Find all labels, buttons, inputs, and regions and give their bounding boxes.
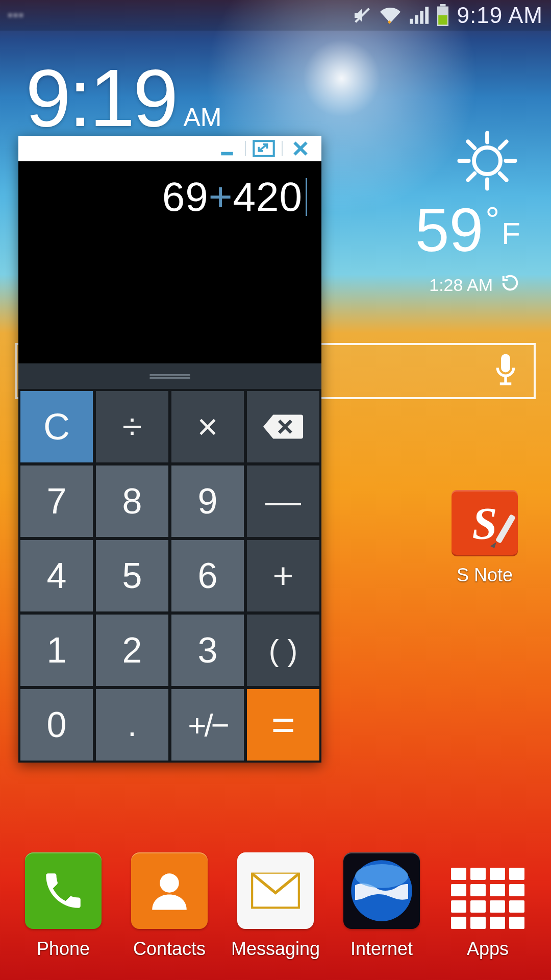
internet-icon [343, 852, 420, 929]
svg-line-12 [500, 141, 507, 148]
svg-line-9 [468, 141, 474, 148]
display-operator: + [209, 174, 233, 219]
key-0[interactable]: 0 [20, 689, 93, 761]
snote-shortcut[interactable]: S S Note [444, 490, 525, 586]
key-backspace[interactable] [247, 391, 319, 462]
svg-point-21 [355, 864, 408, 888]
clock-ampm: AM [183, 103, 221, 132]
svg-point-4 [474, 148, 500, 174]
key-multiply[interactable]: × [171, 391, 244, 462]
key-5[interactable]: 5 [96, 540, 168, 611]
svg-line-11 [468, 174, 474, 180]
refresh-icon[interactable] [500, 273, 520, 297]
calculator-titlebar[interactable] [18, 136, 321, 161]
dock-messaging[interactable]: Messaging [227, 852, 324, 960]
dock-internet[interactable]: Internet [333, 852, 430, 960]
svg-point-18 [160, 873, 179, 893]
key-3[interactable]: 3 [171, 615, 244, 686]
dock-apps[interactable]: Apps [439, 868, 536, 960]
key-1[interactable]: 1 [20, 615, 93, 686]
calculator-display[interactable]: 69+420 [18, 161, 321, 363]
clock-time: 9:19 [26, 51, 176, 145]
svg-rect-16 [495, 514, 516, 544]
svg-rect-13 [501, 354, 510, 373]
key-9[interactable]: 9 [171, 465, 244, 537]
key-decimal[interactable]: . [96, 689, 168, 761]
weather-degree-symbol: ° [485, 202, 499, 238]
status-time: 9:19 AM [457, 3, 543, 28]
key-8[interactable]: 8 [96, 465, 168, 537]
mic-icon[interactable] [492, 351, 519, 391]
dock-contacts-label: Contacts [133, 938, 206, 960]
signal-icon [408, 5, 429, 26]
dock-phone-label: Phone [37, 938, 90, 960]
snote-label: S Note [444, 565, 525, 586]
key-plus-minus[interactable]: +/− [171, 689, 244, 761]
key-subtract[interactable]: — [247, 465, 319, 537]
status-bar: ••• 9:19 AM [0, 0, 551, 31]
calculator-keypad: C ÷ × 7 8 9 — 4 5 6 + 1 2 3 ( ) 0 . +/− … [18, 389, 321, 763]
drag-handle-icon [149, 373, 190, 380]
dock-contacts[interactable]: Contacts [121, 852, 218, 960]
display-operand-left: 69 [162, 174, 209, 219]
key-clear[interactable]: C [20, 391, 93, 462]
key-2[interactable]: 2 [96, 615, 168, 686]
mute-icon [352, 5, 372, 26]
weather-block[interactable]: 59 ° F 1:28 AM [415, 128, 520, 297]
svg-marker-17 [490, 542, 496, 548]
weather-unit: F [502, 218, 520, 249]
calculator-drag-handle[interactable] [18, 363, 321, 389]
dock-phone[interactable]: Phone [15, 852, 112, 960]
calculator-window[interactable]: 69+420 C ÷ × 7 8 9 — 4 5 6 + 1 2 3 ( ) 0… [18, 136, 321, 763]
key-equals[interactable]: = [247, 689, 319, 761]
key-4[interactable]: 4 [20, 540, 93, 611]
close-button[interactable] [283, 137, 318, 160]
messaging-icon [237, 852, 314, 929]
key-divide[interactable]: ÷ [96, 391, 168, 462]
weather-updated-time: 1:28 AM [429, 275, 493, 295]
dock-messaging-label: Messaging [231, 938, 320, 960]
apps-icon [449, 868, 526, 929]
maximize-button[interactable] [246, 137, 282, 160]
phone-icon [25, 852, 102, 929]
dock-internet-label: Internet [350, 938, 413, 960]
svg-line-10 [500, 174, 507, 180]
key-add[interactable]: + [247, 540, 319, 611]
snote-icon: S [452, 490, 518, 556]
svg-rect-3 [438, 15, 447, 24]
dock: Phone Contacts Messaging Internet Apps [0, 827, 551, 960]
dock-apps-label: Apps [467, 938, 509, 960]
sun-icon [415, 128, 520, 194]
display-operand-right: 420 [233, 174, 303, 219]
key-7[interactable]: 7 [20, 465, 93, 537]
minimize-button[interactable] [209, 137, 245, 160]
battery-icon [436, 4, 450, 27]
contacts-icon [131, 852, 208, 929]
wifi-icon [380, 5, 401, 26]
svg-rect-1 [440, 4, 445, 7]
status-right: 9:19 AM [352, 3, 543, 28]
key-6[interactable]: 6 [171, 540, 244, 611]
weather-temp: 59 [415, 199, 483, 260]
key-parentheses[interactable]: ( ) [247, 615, 319, 686]
text-cursor [306, 178, 307, 216]
status-left-blur: ••• [8, 9, 24, 22]
